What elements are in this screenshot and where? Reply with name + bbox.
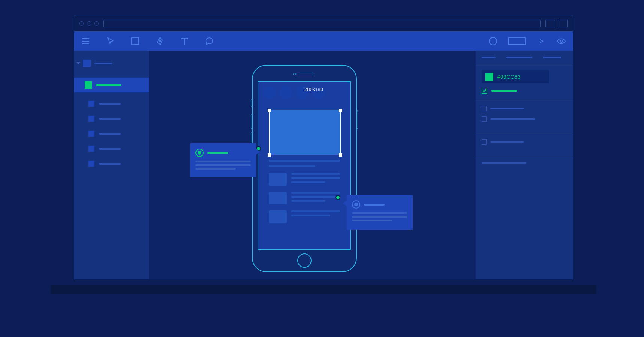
present-icon[interactable] bbox=[536, 36, 546, 46]
user-avatar-icon[interactable] bbox=[488, 36, 498, 46]
svg-point-1 bbox=[489, 37, 497, 45]
comment-tool-icon[interactable] bbox=[204, 36, 214, 46]
property-row[interactable] bbox=[482, 162, 567, 164]
comment-author bbox=[364, 204, 385, 206]
thumbnail bbox=[269, 173, 287, 186]
move-tool-icon[interactable] bbox=[106, 36, 115, 46]
text-line bbox=[291, 181, 325, 183]
address-bar[interactable] bbox=[103, 20, 541, 27]
comment-bubble[interactable] bbox=[347, 195, 413, 230]
traffic-close-icon[interactable] bbox=[79, 21, 84, 26]
text-line bbox=[291, 192, 340, 194]
comment-text-line bbox=[352, 216, 407, 218]
layer-item[interactable] bbox=[74, 156, 149, 171]
inspector-tab[interactable] bbox=[482, 57, 496, 58]
color-swatch[interactable] bbox=[485, 73, 493, 81]
app-body: 280x180 bbox=[74, 51, 573, 279]
layer-item[interactable] bbox=[74, 96, 149, 111]
checkbox-label bbox=[491, 90, 517, 92]
inspector-tab[interactable] bbox=[543, 57, 561, 58]
layer-item[interactable] bbox=[74, 126, 149, 141]
view-icon[interactable] bbox=[556, 36, 566, 46]
comment-author bbox=[207, 152, 228, 154]
property-row[interactable] bbox=[482, 139, 567, 145]
inspector-tab[interactable] bbox=[506, 57, 532, 58]
traffic-minimize-icon[interactable] bbox=[87, 21, 91, 26]
layer-swatch bbox=[88, 116, 94, 122]
menu-icon[interactable] bbox=[81, 36, 91, 46]
story-circle[interactable] bbox=[279, 86, 292, 99]
layer-name bbox=[96, 84, 121, 86]
properties-section-2 bbox=[476, 133, 573, 156]
phone-volume-up bbox=[251, 114, 252, 129]
property-checkbox-icon[interactable] bbox=[482, 139, 487, 145]
comment-text-line bbox=[195, 168, 236, 170]
layer-swatch bbox=[88, 161, 94, 167]
property-label bbox=[490, 118, 535, 120]
text-line bbox=[291, 210, 340, 212]
text-tool-icon[interactable] bbox=[180, 36, 189, 46]
device-screen bbox=[258, 81, 351, 250]
checkbox-icon[interactable] bbox=[482, 88, 487, 94]
layer-selected[interactable] bbox=[74, 78, 149, 92]
layer-name bbox=[99, 163, 121, 165]
layer-swatch bbox=[85, 81, 92, 89]
list-item bbox=[269, 192, 340, 204]
toolbar bbox=[74, 32, 573, 51]
frame-tool-icon[interactable] bbox=[130, 36, 140, 46]
svg-rect-0 bbox=[132, 38, 139, 45]
layer-item[interactable] bbox=[74, 141, 149, 156]
visibility-toggle[interactable] bbox=[482, 88, 567, 94]
layer-name bbox=[99, 103, 121, 105]
comment-pin-icon[interactable] bbox=[335, 195, 340, 200]
story-circle[interactable] bbox=[263, 86, 276, 99]
text-line bbox=[291, 200, 325, 202]
selected-element[interactable] bbox=[269, 110, 341, 155]
comment-bubble[interactable] bbox=[190, 143, 256, 177]
window-button-2[interactable] bbox=[558, 20, 568, 27]
window-button-1[interactable] bbox=[545, 20, 555, 27]
layer-swatch bbox=[88, 146, 94, 152]
home-button-icon bbox=[297, 253, 312, 268]
chevron-down-icon bbox=[76, 62, 80, 64]
thumbnail bbox=[269, 210, 287, 223]
comment-text-line bbox=[195, 161, 251, 162]
properties-section bbox=[476, 100, 573, 133]
layer-name bbox=[99, 133, 121, 135]
window-shadow bbox=[51, 285, 596, 294]
property-checkbox-icon[interactable] bbox=[482, 116, 487, 122]
resize-handle-tr[interactable] bbox=[339, 109, 342, 112]
layer-item[interactable] bbox=[74, 111, 149, 126]
comment-text-line bbox=[195, 164, 251, 166]
phone-power-button bbox=[356, 110, 358, 129]
text-line bbox=[291, 173, 340, 175]
traffic-maximize-icon[interactable] bbox=[94, 21, 99, 26]
comment-text-line bbox=[352, 220, 392, 221]
inspector-panel: #00CC83 bbox=[476, 51, 573, 279]
user-avatar-icon bbox=[352, 200, 360, 209]
thumbnail bbox=[269, 192, 287, 204]
layer-parent[interactable] bbox=[74, 56, 149, 71]
pen-tool-icon[interactable] bbox=[155, 36, 165, 46]
resize-handle-bl[interactable] bbox=[268, 153, 271, 157]
layer-name bbox=[99, 118, 121, 120]
property-label bbox=[490, 108, 524, 109]
text-line bbox=[291, 177, 340, 179]
layer-name bbox=[99, 148, 121, 150]
color-hex-value[interactable]: #00CC83 bbox=[497, 74, 521, 80]
property-row[interactable] bbox=[482, 106, 567, 111]
property-row[interactable] bbox=[482, 116, 567, 122]
inspector-tabs bbox=[476, 51, 573, 64]
resize-handle-tl[interactable] bbox=[268, 109, 271, 112]
color-row[interactable]: #00CC83 bbox=[482, 70, 549, 83]
window-buttons bbox=[545, 20, 568, 27]
text-line bbox=[291, 215, 330, 216]
canvas[interactable]: 280x180 bbox=[149, 51, 476, 279]
share-button[interactable] bbox=[508, 36, 526, 46]
layer-swatch bbox=[88, 131, 94, 137]
property-checkbox-icon[interactable] bbox=[482, 106, 487, 111]
resize-handle-br[interactable] bbox=[339, 153, 342, 157]
list-item bbox=[269, 173, 340, 186]
layer-swatch bbox=[83, 60, 91, 67]
text-line bbox=[269, 165, 315, 167]
